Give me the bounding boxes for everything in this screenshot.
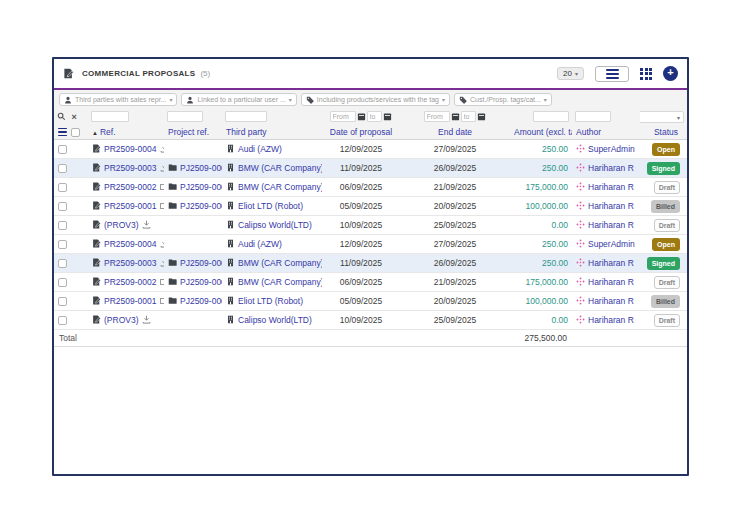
author-link[interactable]: SuperAdmin <box>588 239 635 249</box>
project-ref-link[interactable]: PJ2509-0002 <box>180 277 222 287</box>
third-party-link[interactable]: Eliot LTD (Robot) <box>238 201 303 211</box>
project-ref-link[interactable]: PJ2509-0002 <box>180 296 222 306</box>
download-icon[interactable] <box>160 163 164 172</box>
proposal-ref-link[interactable]: PR2509-0004 <box>104 144 156 154</box>
row-checkbox[interactable] <box>58 145 67 154</box>
author-link[interactable]: Hariharan R <box>588 163 634 173</box>
row-checkbox[interactable] <box>58 221 67 230</box>
row-checkbox[interactable] <box>58 278 67 287</box>
column-header-amount[interactable]: Amount (excl. tax) <box>510 125 572 140</box>
third-party-link[interactable]: BMW (CAR Company) <box>238 277 322 287</box>
column-header-author[interactable]: Author <box>572 125 640 140</box>
filter-linked-user-select[interactable]: Linked to a particular user ... <box>181 93 296 106</box>
proposal-ref-link[interactable]: PR2509-0002 <box>104 182 156 192</box>
amount-filter-input[interactable] <box>533 111 569 122</box>
download-icon[interactable] <box>160 239 164 248</box>
filter-customer-tag-select[interactable]: Cust./Prosp. tags/cat... <box>454 93 552 106</box>
proposal-module-icon <box>63 68 74 79</box>
column-header-project[interactable]: Project ref. <box>164 125 222 140</box>
project-ref-link[interactable]: PJ2509-0003 <box>180 258 222 268</box>
proposal-ref-link[interactable]: PR2509-0003 <box>104 258 156 268</box>
proposal-ref-link[interactable]: PR2509-0001 <box>104 296 156 306</box>
project-ref-link[interactable]: PJ2509-0003 <box>180 163 222 173</box>
status-filter-select[interactable] <box>640 111 684 123</box>
calendar-icon[interactable] <box>451 112 460 121</box>
search-icon[interactable] <box>57 112 66 121</box>
filter-product-tag-select[interactable]: Including products/services with the tag <box>301 93 450 106</box>
table-row[interactable]: (PROV3) Calipso World(LTD) 10/09/2025 25… <box>54 311 687 330</box>
proposal-ref-link[interactable]: PR2509-0002 <box>104 277 156 287</box>
status-badge: Draft <box>654 219 680 232</box>
download-icon[interactable] <box>142 220 151 229</box>
row-checkbox[interactable] <box>58 202 67 211</box>
calendar-icon[interactable] <box>477 112 486 121</box>
download-icon[interactable] <box>160 258 164 267</box>
author-filter-input[interactable] <box>575 111 611 122</box>
filter-sales-rep-select[interactable]: Third parties with sales repr... <box>59 93 177 106</box>
table-row[interactable]: PR2509-0003 PJ2509-0003 BMW (CAR Company… <box>54 254 687 273</box>
column-header-date[interactable]: Date of proposal <box>322 125 400 140</box>
project-filter-input[interactable] <box>167 111 203 122</box>
table-row[interactable]: PR2509-0001 PJ2509-0002 Eliot LTD (Robot… <box>54 292 687 311</box>
third-party-link[interactable]: Audi (AZW) <box>238 239 282 249</box>
third-party-filter-input[interactable] <box>225 111 267 122</box>
author-avatar-icon <box>576 315 585 324</box>
table-row[interactable]: PR2509-0002 PJ2509-0002 BMW (CAR Company… <box>54 178 687 197</box>
row-checkbox[interactable] <box>58 240 67 249</box>
list-view-button[interactable] <box>595 66 629 82</box>
table-row[interactable]: (PROV3) Calipso World(LTD) 10/09/2025 25… <box>54 216 687 235</box>
row-checkbox[interactable] <box>58 164 67 173</box>
page-size-select[interactable]: 20 <box>557 67 584 80</box>
column-header-end-date[interactable]: End date <box>400 125 510 140</box>
table-row[interactable]: PR2509-0003 PJ2509-0003 BMW (CAR Company… <box>54 159 687 178</box>
third-party-link[interactable]: Calipso World(LTD) <box>238 315 312 325</box>
column-header-status[interactable]: Status <box>640 125 687 140</box>
author-link[interactable]: Hariharan R <box>588 296 634 306</box>
table-row[interactable]: PR2509-0004 Audi (AZW) 12/09/2025 27/09/… <box>54 140 687 159</box>
end-date-from-input[interactable] <box>424 111 450 122</box>
proposal-date-from-input[interactable] <box>330 111 356 122</box>
author-link[interactable]: Hariharan R <box>588 220 634 230</box>
column-header-third-party[interactable]: Third party <box>222 125 322 140</box>
proposal-ref-link[interactable]: PR2509-0001 <box>104 201 156 211</box>
column-header-ref[interactable]: ▲Ref. <box>88 125 164 140</box>
download-icon[interactable] <box>160 144 164 153</box>
project-ref-link[interactable]: PJ2509-0002 <box>180 182 222 192</box>
author-link[interactable]: Hariharan R <box>588 277 634 287</box>
third-party-link[interactable]: BMW (CAR Company) <box>238 258 322 268</box>
row-checkbox[interactable] <box>58 183 67 192</box>
third-party-link[interactable]: Eliot LTD (Robot) <box>238 296 303 306</box>
row-checkbox[interactable] <box>58 259 67 268</box>
filter-label: Cust./Prosp. tags/cat... <box>470 96 541 103</box>
table-row[interactable]: PR2509-0001 PJ2509-0002 Eliot LTD (Robot… <box>54 197 687 216</box>
download-icon[interactable] <box>142 315 151 324</box>
row-checkbox[interactable] <box>58 316 67 325</box>
proposal-ref-link[interactable]: (PROV3) <box>104 315 138 325</box>
proposal-ref-link[interactable]: PR2509-0003 <box>104 163 156 173</box>
columns-menu-icon[interactable] <box>58 128 67 137</box>
table-row[interactable]: PR2509-0002 PJ2509-0002 BMW (CAR Company… <box>54 273 687 292</box>
clear-filters-icon[interactable]: × <box>71 112 76 122</box>
proposal-ref-link[interactable]: (PROV3) <box>104 220 138 230</box>
third-party-link[interactable]: BMW (CAR Company) <box>238 163 322 173</box>
author-link[interactable]: Hariharan R <box>588 258 634 268</box>
author-link[interactable]: Hariharan R <box>588 315 634 325</box>
row-checkbox[interactable] <box>58 297 67 306</box>
new-proposal-button[interactable]: + <box>663 66 678 81</box>
table-row[interactable]: PR2509-0004 Audi (AZW) 12/09/2025 27/09/… <box>54 235 687 254</box>
author-link[interactable]: SuperAdmin <box>588 144 635 154</box>
proposal-ref-link[interactable]: PR2509-0004 <box>104 239 156 249</box>
ref-filter-input[interactable] <box>91 111 129 122</box>
calendar-icon[interactable] <box>383 112 392 121</box>
end-date-to-input[interactable] <box>461 111 476 122</box>
third-party-link[interactable]: BMW (CAR Company) <box>238 182 322 192</box>
third-party-link[interactable]: Calipso World(LTD) <box>238 220 312 230</box>
author-link[interactable]: Hariharan R <box>588 201 634 211</box>
project-ref-link[interactable]: PJ2509-0002 <box>180 201 222 211</box>
select-all-checkbox[interactable] <box>71 128 80 137</box>
third-party-link[interactable]: Audi (AZW) <box>238 144 282 154</box>
proposal-date-to-input[interactable] <box>367 111 382 122</box>
calendar-icon[interactable] <box>357 112 366 121</box>
grid-view-button[interactable] <box>640 68 652 80</box>
author-link[interactable]: Hariharan R <box>588 182 634 192</box>
